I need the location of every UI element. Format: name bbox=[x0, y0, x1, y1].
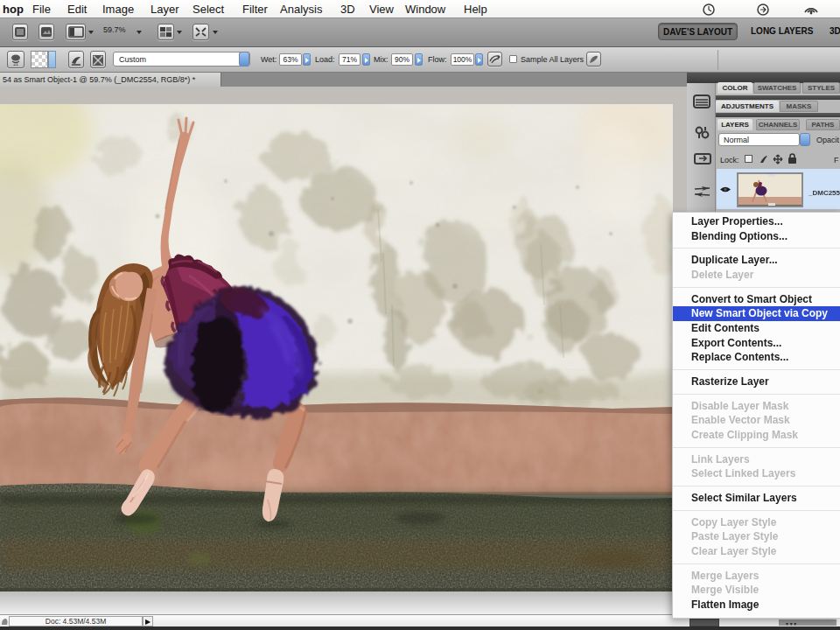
svg-text:21: 21 bbox=[13, 61, 18, 66]
